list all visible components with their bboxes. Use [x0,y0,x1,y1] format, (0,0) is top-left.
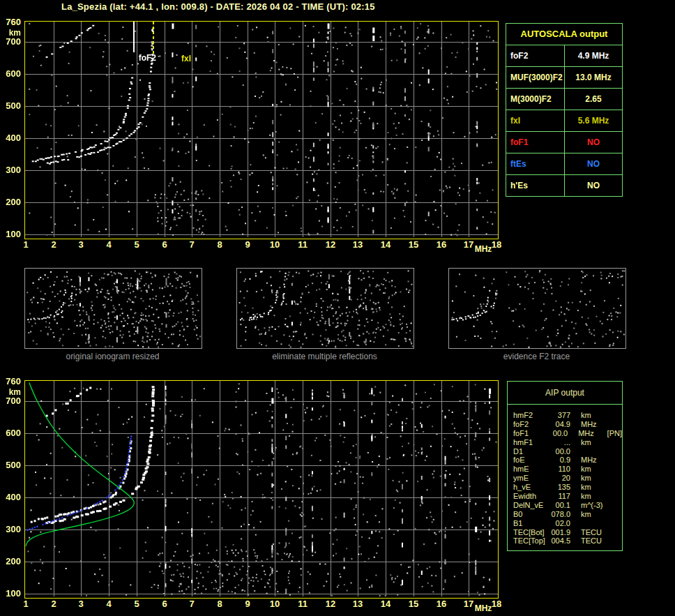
aip-row-unit: MHz [568,429,600,438]
top-x-axis-tick: 5 [128,240,146,250]
aip-row: DelN_vE00.1m^(-3) [513,501,622,510]
aip-row-name: hmE [513,465,549,474]
bottom-y-axis-tick: 760 [0,377,21,386]
top-x-axis-tick: 15 [404,240,423,250]
autoscala-row: MUF(3000)F213.0 MHz [506,67,622,89]
aip-row-unit: km [570,474,605,483]
autoscala-row-value: 5.6 MHz [565,110,622,131]
aip-row-extra [605,519,611,528]
aip-row-name: h_vE [513,483,549,492]
bottom-x-axis-tick: 6 [156,599,174,609]
aip-row: TEC[Bot]001.9TECU [513,528,622,537]
aip-row-name: TEC[Bot] [513,528,549,537]
fof2-marker-label: foF2 [130,54,156,63]
aip-row: hmF2377km [513,411,622,420]
bottom-ionogram-plot [24,380,499,599]
bottom-x-axis-tick: 11 [294,599,312,609]
thumbnail-original-ionogram [24,268,202,349]
thumbnail-caption-eliminate: eliminate multiple reflections [236,352,414,361]
aip-row-extra [605,438,611,447]
bottom-x-axis-tick: 3 [72,599,90,609]
aip-row-unit: km [570,411,605,420]
autoscala-row-value: NO [565,132,622,153]
bottom-x-axis-tick: 7 [183,599,201,609]
aip-table-title: AIP output [508,382,622,405]
bottom-x-axis-tick: 1 [17,599,35,609]
aip-row: foF204.9MHz [513,420,622,429]
aip-row: foF100.0MHz[PN] [513,429,622,438]
autoscala-row: ftEsNO [506,153,622,175]
aip-row-value: 00.1 [549,501,570,510]
bottom-x-axis-tick: 8 [211,599,229,609]
aip-row-name: Ewidth [513,492,549,501]
autoscala-row-label: fxI [506,110,565,131]
top-x-axis-tick: 13 [349,240,367,250]
thumbnail-evidence-f2 [448,268,626,349]
fxi-marker-label: fxI [181,54,202,63]
aip-row: foE0.9MHz [513,456,622,465]
bottom-x-axis-tick: 9 [238,599,257,609]
bottom-x-axis-tick: 15 [404,599,423,609]
top-x-axis-tick: 9 [238,240,257,250]
thumbnail-caption-original: original ionogram resized [24,352,202,361]
top-x-axis-tick: 10 [266,240,284,250]
aip-row-extra [605,501,611,510]
aip-row: h_vE135km [513,483,622,492]
bottom-x-axis-tick: 14 [377,599,395,609]
bottom-y-axis-tick: 700 [0,396,21,406]
aip-row-value: 00.0 [548,429,568,438]
aip-row: ymE20km [513,474,622,483]
aip-row-unit [570,447,605,456]
bottom-y-axis-tick: 500 [0,460,21,470]
bottom-x-axis-tick: 5 [128,599,146,609]
bottom-y-axis-unit-label: km [0,387,21,397]
aip-row-value: 004.5 [549,536,570,546]
aip-row-value: 078.0 [549,510,570,519]
top-x-axis-tick: 2 [45,240,63,250]
aip-row-unit: TECU [570,536,605,546]
bottom-x-axis-tick: 2 [45,599,63,609]
top-x-axis-tick: 1 [17,240,35,250]
aip-row: B0078.0km [513,510,622,519]
top-ionogram-plot: foF2 fxI [24,21,499,239]
autoscala-row-label: h'Es [506,175,565,196]
aip-row-extra [605,510,611,519]
aip-row-name: B1 [513,519,549,528]
bottom-y-axis-tick: 300 [0,525,21,534]
top-ionogram-canvas [25,22,498,237]
aip-row-extra [605,474,611,483]
autoscala-row: fxI5.6 MHz [506,110,622,132]
aip-row-extra [605,465,611,474]
aip-row: hmE110km [513,465,622,474]
aip-row-extra [605,483,611,492]
autoscala-row-label: M(3000)F2 [506,89,565,110]
bottom-y-axis-tick: 600 [0,428,21,438]
thumbnail-eliminate-reflections [236,268,414,349]
autoscala-row-value: NO [565,153,622,174]
aip-row-extra [605,528,611,537]
top-x-axis-tick: 12 [321,240,340,250]
top-x-axis-tick: 6 [156,240,174,250]
autoscala-row: M(3000)F22.65 [506,89,622,110]
thumbnail-eliminate-canvas [237,269,414,348]
aip-table-rows: hmF2377kmfoF204.9MHzfoF100.0MHz[PN]hmF1.… [508,405,622,550]
autoscala-row: foF1NO [506,132,622,153]
autoscala-row-label: foF2 [506,45,565,66]
aip-row-name: foF1 [513,429,548,438]
aip-row-unit: km [570,438,605,447]
aip-row: Ewidth117km [513,492,622,501]
thumbnail-original-canvas [25,269,202,348]
top-x-axis-unit-label: MHz [474,244,492,254]
aip-row-value: 00.0 [549,447,570,456]
aip-row-name: foF2 [513,420,549,429]
aip-row-name: D1 [513,447,549,456]
bottom-y-axis-tick: 400 [0,493,21,502]
top-y-axis-tick: 400 [0,133,21,143]
top-x-axis-tick: 11 [294,240,312,250]
top-x-axis-tick: 7 [183,240,201,250]
autoscala-row-label: ftEs [506,153,565,174]
autoscala-row-value: NO [565,175,622,196]
bottom-y-axis-tick: 200 [0,557,21,566]
aip-row-extra: [PN] [601,429,622,438]
bottom-x-axis-tick: 16 [432,599,450,609]
